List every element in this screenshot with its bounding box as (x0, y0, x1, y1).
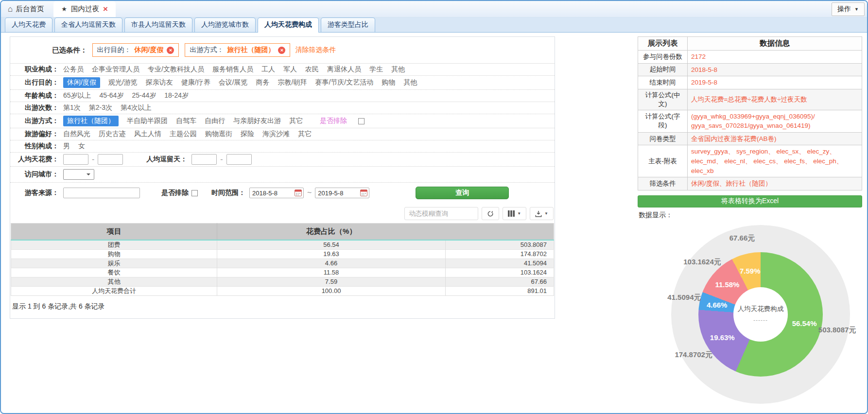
filter-option[interactable]: 工人 (261, 65, 275, 74)
exclude-checkbox[interactable] (358, 118, 365, 124)
visitor-source-input[interactable] (63, 188, 140, 198)
filter-option[interactable]: 离退休人员 (327, 65, 361, 74)
filter-row-3: 年龄构成：65岁以上45-64岁25-44岁18-24岁 (10, 90, 555, 102)
filter-option[interactable]: 25-44岁 (132, 91, 156, 100)
filter-chip: 出行目的：休闲/度假× (92, 43, 179, 57)
pie-slice-label: 11.58% (715, 280, 739, 289)
filter-option[interactable]: 18-24岁 (164, 91, 189, 100)
filter-option[interactable]: 海滨沙滩 (262, 130, 290, 138)
filter-option[interactable]: 赛事/节庆/文艺活动 (315, 78, 373, 87)
filter-option[interactable]: 购物逛街 (205, 130, 232, 138)
filter-option[interactable]: 学生 (369, 65, 383, 74)
filter-option[interactable]: 商务 (256, 78, 270, 87)
filter-option[interactable]: 与亲朋好友出游 (233, 117, 281, 125)
calendar-icon[interactable] (360, 189, 367, 196)
filter-option[interactable]: 探险 (241, 130, 254, 138)
content-area: 已选条件： 出行目的：休闲/度假×出游方式：旅行社（随团）× 清除筛选条件 职业… (1, 33, 867, 414)
info-row: 计算公式(字段)(gyya_whkg_033969+gyya_eqnj_0360… (638, 110, 862, 132)
clear-filters-link[interactable]: 清除筛选条件 (295, 46, 336, 54)
filter-option[interactable]: 购物 (382, 78, 395, 87)
info-header-left: 展示列表 (638, 37, 688, 51)
info-row-value: 2172 (688, 51, 862, 64)
columns-icon (508, 210, 515, 217)
filter-option[interactable]: 其他 (403, 78, 417, 87)
filter-option[interactable]: 其它 (298, 130, 312, 138)
query-button[interactable]: 查询 (416, 187, 509, 199)
filter-option[interactable]: 健康/疗养 (181, 78, 210, 87)
filter-option[interactable]: 企事业管理人员 (92, 65, 139, 74)
filter-option[interactable]: 45-64岁 (100, 91, 124, 100)
chip-remove-icon[interactable]: × (167, 47, 174, 54)
export-excel-button[interactable]: 将表格转换为Excel (638, 195, 862, 207)
filter-option[interactable]: 探亲访友 (146, 78, 173, 87)
range-dash: - (220, 155, 223, 164)
filter-option[interactable]: 农民 (305, 65, 319, 74)
time-range-label: 时间范围： (211, 189, 245, 197)
doc-tab-active[interactable]: ★ 国内过夜 × (53, 1, 116, 17)
table-record-count: 显示 1 到 6 条记录,共 6 条记录 (10, 296, 555, 318)
view-tab-3[interactable]: 市县人均逗留天数 (124, 17, 192, 32)
caret-down-icon: ▼ (544, 211, 548, 216)
exclude-checkbox[interactable] (191, 190, 198, 196)
info-row-value: (gyya_whkg_033969+gyya_eqnj_036095)/ gyy… (688, 110, 862, 132)
table-header-item[interactable]: 项目 (11, 224, 217, 240)
spend-min-input[interactable] (63, 154, 88, 165)
view-tab-4[interactable]: 人均游览城市数 (194, 17, 256, 32)
filter-option[interactable]: 风土人情 (134, 130, 161, 138)
calendar-icon[interactable] (295, 189, 302, 196)
filter-option[interactable]: 男 (63, 142, 70, 151)
filter-option[interactable]: 观光/游览 (108, 78, 138, 87)
home-tab[interactable]: ⌂ 后台首页 (1, 1, 53, 17)
visit-city-select[interactable] (63, 169, 94, 180)
fuzzy-search-input[interactable] (404, 207, 478, 220)
filter-chip: 出游方式：旅行社（随团）× (185, 43, 290, 57)
filter-option[interactable]: 其它 (289, 117, 303, 125)
filter-option[interactable]: 半自助半跟团 (127, 117, 168, 125)
info-row: 参与问卷份数2172 (638, 51, 862, 64)
filter-option[interactable]: 第1次 (63, 104, 81, 112)
filter-option[interactable]: 女 (78, 142, 85, 151)
filter-option[interactable]: 专业/文教科技人员 (148, 65, 204, 74)
view-tab-2[interactable]: 全省人均逗留天数 (54, 17, 122, 32)
filter-option[interactable]: 休闲/度假 (63, 77, 100, 88)
filter-option[interactable]: 自驾车 (176, 117, 196, 125)
filter-option[interactable]: 自由行 (205, 117, 225, 125)
filter-option[interactable]: 历史古迹 (99, 130, 126, 138)
filter-option[interactable]: 主题公园 (170, 130, 197, 138)
view-tab-5[interactable]: 人均天花费构成 (258, 17, 319, 33)
info-row-value: survey_gyya、 sys_region、 elec_sx、 elec_z… (688, 145, 862, 177)
filter-option[interactable]: 第2-3次 (89, 104, 112, 112)
pie-outer-label: 503.8087元 (818, 326, 856, 335)
filter-option[interactable]: 第4次以上 (121, 104, 152, 112)
filter-option[interactable]: 公务员 (63, 65, 84, 74)
filter-option[interactable]: 自然风光 (63, 130, 90, 138)
chip-remove-icon[interactable]: × (278, 47, 285, 54)
filter-options: 公务员企事业管理人员专业/文教科技人员服务销售人员工人军人农民离退休人员学生其他 (63, 65, 405, 74)
actions-button[interactable]: 操作 ▼ (832, 2, 865, 16)
stay-max-input[interactable] (226, 154, 252, 165)
view-tab-6[interactable]: 游客类型占比 (321, 17, 375, 32)
filter-option[interactable]: 65岁以上 (63, 91, 91, 100)
filter-rows: 职业构成：公务员企事业管理人员专业/文教科技人员服务销售人员工人军人农民离退休人… (10, 64, 555, 153)
export-button[interactable]: ▼ (530, 207, 554, 220)
filter-option[interactable]: 军人 (283, 65, 297, 74)
range-filter-row: 人均天花费： - 人均逗留天： - (10, 153, 555, 167)
refresh-button[interactable] (482, 207, 499, 220)
chip-value: 休闲/度假 (135, 46, 164, 54)
close-tab-icon[interactable]: × (103, 5, 108, 13)
filter-option[interactable]: 其他 (391, 65, 405, 74)
info-row-value: 2019-5-8 (688, 76, 862, 89)
stay-range-label: 人均逗留天： (146, 155, 187, 164)
filter-and-table-panel: 已选条件： 出行目的：休闲/度假×出游方式：旅行社（随团）× 清除筛选条件 职业… (10, 36, 555, 319)
filter-option[interactable]: 会议/展览 (219, 78, 248, 87)
columns-button[interactable]: ▼ (503, 207, 526, 220)
table-header-pct[interactable]: 花费占比（%） (217, 224, 445, 240)
cell-pct: 100.00 (217, 286, 445, 295)
spend-max-input[interactable] (98, 154, 123, 165)
filter-option[interactable]: 服务销售人员 (212, 65, 253, 74)
stay-min-input[interactable] (191, 154, 217, 165)
pie-outer-label: 67.66元 (729, 234, 755, 243)
view-tab-1[interactable]: 人均天花费 (5, 17, 52, 32)
filter-option[interactable]: 宗教/朝拜 (278, 78, 307, 87)
filter-option[interactable]: 旅行社（随团） (63, 116, 119, 126)
